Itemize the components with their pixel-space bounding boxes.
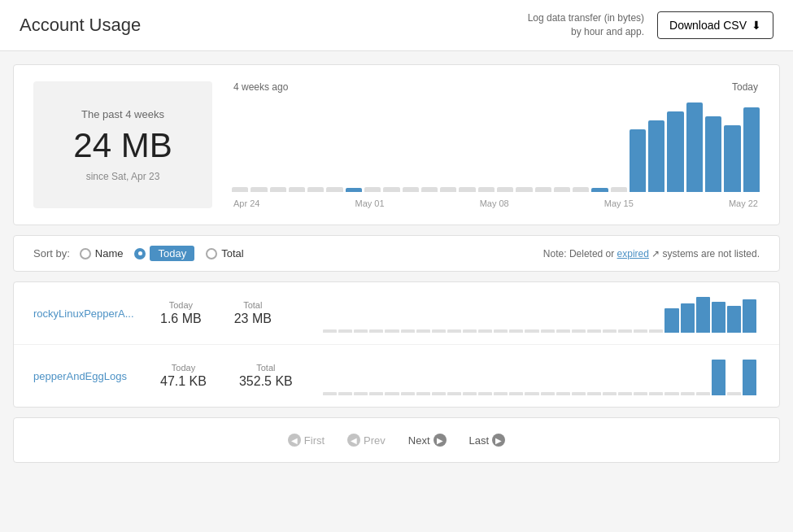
system-stats: Today47.1 KBTotal352.5 KB xyxy=(160,363,307,389)
stat-group: Today47.1 KB xyxy=(160,363,207,389)
summary-box: The past 4 weeks 24 MB since Sat, Apr 23 xyxy=(33,81,212,208)
header-right: Log data transfer (in bytes) by hour and… xyxy=(528,11,773,39)
download-csv-button[interactable]: Download CSV ⬇ xyxy=(657,11,773,39)
chart-x-labels: Apr 24May 01May 08May 15May 22 xyxy=(232,198,760,208)
system-name-link[interactable]: rockyLinuxPepperA... xyxy=(33,307,134,320)
stat-group: Total352.5 KB xyxy=(239,363,293,389)
page-header: Account Usage Log data transfer (in byte… xyxy=(0,0,793,51)
stat-type: Today xyxy=(172,363,195,373)
sort-bar: Sort by: Name Today Total Note: Deleted … xyxy=(13,235,780,272)
stat-type: Total xyxy=(256,363,275,373)
first-page-button[interactable]: ◀ First xyxy=(278,430,334,451)
stat-group: Total23 MB xyxy=(234,300,272,326)
last-page-button[interactable]: Last ▶ xyxy=(460,430,516,451)
radio-name-circle xyxy=(80,248,91,259)
last-label: Last xyxy=(469,434,490,447)
sort-note-suffix: systems are not listed. xyxy=(660,248,760,259)
page-title: Account Usage xyxy=(20,15,141,36)
stat-value: 352.5 KB xyxy=(239,374,293,389)
sort-by-label: Sort by: xyxy=(33,247,70,259)
external-link-icon: ↗ xyxy=(649,248,660,259)
sort-option-name[interactable]: Name xyxy=(80,247,124,259)
expired-link[interactable]: expired xyxy=(617,248,649,259)
sort-left: Sort by: Name Today Total xyxy=(33,246,244,261)
next-label: Next xyxy=(408,434,430,447)
chart-label-right: Today xyxy=(732,81,758,93)
stat-type: Total xyxy=(243,300,262,310)
summary-since: since Sat, Apr 23 xyxy=(86,171,160,182)
summary-value: 24 MB xyxy=(73,129,172,163)
mini-chart xyxy=(320,356,760,395)
bar-chart xyxy=(232,98,760,195)
stat-value: 1.6 MB xyxy=(160,312,202,326)
prev-arrow-icon: ◀ xyxy=(347,434,360,447)
stat-value: 47.1 KB xyxy=(160,374,207,389)
header-note-line2: by hour and app. xyxy=(571,26,644,37)
prev-page-button[interactable]: ◀ Prev xyxy=(338,430,395,451)
download-csv-label: Download CSV xyxy=(669,19,747,32)
system-info: pepperAndEggLogs xyxy=(33,369,147,382)
sort-today-label: Today xyxy=(150,246,194,261)
chart-area: 4 weeks ago Today Apr 24May 01May 08May … xyxy=(232,81,760,208)
radio-total-circle xyxy=(206,248,217,259)
download-icon: ⬇ xyxy=(752,19,761,32)
system-name-link[interactable]: pepperAndEggLogs xyxy=(33,370,127,382)
mini-chart xyxy=(320,294,760,333)
sort-total-label: Total xyxy=(221,247,243,259)
sort-radio-group: Name Today Total xyxy=(80,246,244,261)
stat-type: Today xyxy=(169,300,193,310)
last-arrow-icon: ▶ xyxy=(492,434,505,447)
radio-today-circle xyxy=(134,248,146,259)
system-stats: Today1.6 MBTotal23 MB xyxy=(160,300,307,326)
summary-period-label: The past 4 weeks xyxy=(81,108,164,120)
sort-name-label: Name xyxy=(95,247,124,259)
system-row: rockyLinuxPepperA...Today1.6 MBTotal23 M… xyxy=(14,282,779,345)
system-row: pepperAndEggLogsToday47.1 KBTotal352.5 K… xyxy=(14,345,779,407)
stat-group: Today1.6 MB xyxy=(160,300,202,326)
prev-label: Prev xyxy=(364,434,386,447)
next-page-button[interactable]: Next ▶ xyxy=(399,430,456,451)
sort-note: Note: Deleted or expired ↗ systems are n… xyxy=(543,248,760,259)
first-arrow-icon: ◀ xyxy=(288,434,301,447)
header-note-line1: Log data transfer (in bytes) xyxy=(528,12,644,24)
chart-labels-top: 4 weeks ago Today xyxy=(232,81,760,93)
pagination: ◀ First ◀ Prev Next ▶ Last ▶ xyxy=(13,417,780,463)
next-arrow-icon: ▶ xyxy=(434,434,447,447)
systems-panel: rockyLinuxPepperA...Today1.6 MBTotal23 M… xyxy=(13,281,780,408)
sort-option-total[interactable]: Total xyxy=(206,247,243,259)
main-content: The past 4 weeks 24 MB since Sat, Apr 23… xyxy=(0,51,793,463)
sort-option-today[interactable]: Today xyxy=(134,246,194,261)
stat-value: 23 MB xyxy=(234,312,272,326)
first-label: First xyxy=(304,434,325,447)
header-note: Log data transfer (in bytes) by hour and… xyxy=(528,11,644,39)
chart-label-left: 4 weeks ago xyxy=(233,81,288,93)
system-info: rockyLinuxPepperA... xyxy=(33,307,147,320)
sort-note-text: Note: Deleted or xyxy=(543,248,617,259)
top-panel: The past 4 weeks 24 MB since Sat, Apr 23… xyxy=(13,64,780,225)
